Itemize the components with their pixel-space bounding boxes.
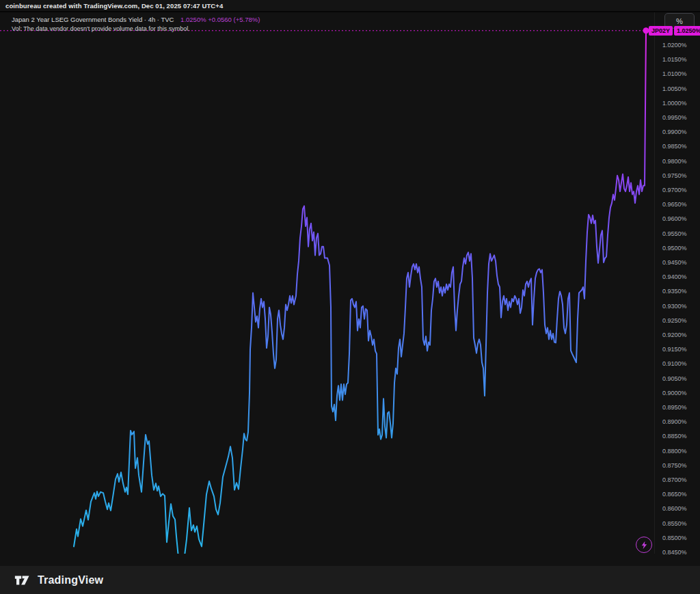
y-axis-tick: 1.0150% [662, 56, 687, 63]
percent-scale-label: % [676, 17, 683, 25]
y-axis-tick: 1.0000% [662, 100, 687, 107]
y-axis-tick: 1.0100% [662, 70, 687, 77]
footer-brand-bar: TradingView [0, 566, 700, 594]
y-axis-tick: 0.9400% [662, 273, 687, 280]
y-axis-tick: 0.9450% [662, 259, 687, 266]
volume-note: Vol: The data vendor doesn't provide vol… [12, 25, 260, 33]
y-axis-tick: 0.9050% [662, 375, 687, 382]
legend-symbol-row: Japan 2 Year LSEG Government Bonds Yield… [12, 15, 260, 24]
last-price-tag: JP02Y 1.0250% [649, 26, 700, 36]
y-axis-tick: 0.8550% [662, 520, 687, 527]
y-axis-tick: 0.9800% [662, 158, 687, 165]
y-axis-tick: 1.0200% [662, 42, 687, 49]
y-axis-tick: 0.9500% [662, 245, 687, 252]
y-axis-tick: 0.8800% [662, 448, 687, 455]
y-axis-tick: 0.9750% [662, 172, 687, 179]
attribution-bar: coinbureau created with TradingView.com,… [0, 0, 700, 12]
y-axis-tick: 0.9350% [662, 288, 687, 295]
tradingview-logo-icon[interactable] [14, 573, 32, 587]
symbol-tag: JP02Y [649, 26, 673, 36]
last-price-change: 1.0250% +0.0560 (+5.78%) [180, 16, 260, 23]
y-axis-tick: 0.9000% [662, 390, 687, 396]
tradingview-chart-export: coinbureau created with TradingView.com,… [0, 0, 700, 594]
attribution-text: coinbureau created with TradingView.com,… [0, 2, 223, 10]
price-value-tag: 1.0250% [674, 26, 700, 36]
y-axis-tick: 0.9900% [662, 129, 687, 135]
y-axis-tick: 0.8700% [662, 476, 687, 483]
y-axis-tick: 0.8900% [662, 418, 687, 425]
y-axis-tick: 0.8450% [662, 549, 687, 556]
y-axis-tick: 0.8600% [662, 505, 687, 512]
symbol-title: Japan 2 Year LSEG Government Bonds Yield… [12, 16, 174, 23]
instant-trading-button[interactable] [636, 537, 652, 553]
lightning-icon [640, 541, 649, 550]
y-axis-tick: 0.8500% [662, 535, 687, 541]
tradingview-wordmark[interactable]: TradingView [38, 574, 103, 586]
y-axis-tick: 0.9550% [662, 230, 687, 237]
y-axis-tick: 0.8650% [662, 491, 687, 498]
y-axis-tick: 0.9150% [662, 346, 687, 353]
y-axis-tick: 0.9250% [662, 317, 687, 324]
chart-legend[interactable]: Japan 2 Year LSEG Government Bonds Yield… [12, 15, 260, 33]
y-axis-tick: 0.8750% [662, 462, 687, 469]
y-axis-tick: 0.9650% [662, 201, 687, 208]
y-axis-tick: 0.8950% [662, 404, 687, 411]
y-axis-tick: 0.9600% [662, 215, 687, 222]
y-axis-tick: 0.8850% [662, 433, 687, 440]
y-axis-tick: 0.9200% [662, 332, 687, 338]
y-axis-tick: 0.9300% [662, 303, 687, 310]
y-axis-tick: 0.9700% [662, 187, 687, 193]
yield-series-line[interactable] [74, 31, 646, 554]
y-axis-tick: 0.9950% [662, 114, 687, 121]
chart-area: Japan 2 Year LSEG Government Bonds Yield… [0, 12, 700, 554]
price-axis[interactable]: 1.0200%1.0150%1.0100%1.0050%1.0000%0.995… [654, 12, 700, 554]
price-line-chart[interactable] [0, 12, 654, 554]
y-axis-tick: 1.0050% [662, 85, 687, 92]
y-axis-tick: 0.9100% [662, 360, 687, 367]
y-axis-tick: 0.9850% [662, 143, 687, 150]
